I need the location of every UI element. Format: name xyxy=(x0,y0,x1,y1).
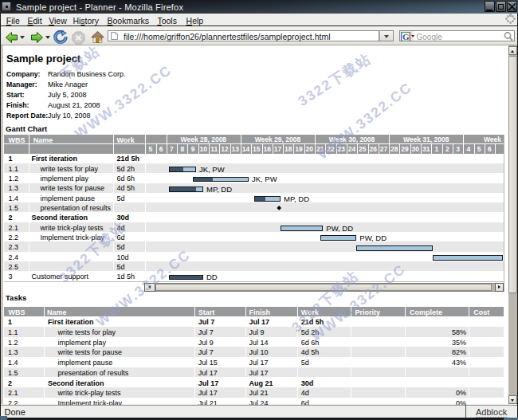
svg-text:G: G xyxy=(402,32,409,41)
